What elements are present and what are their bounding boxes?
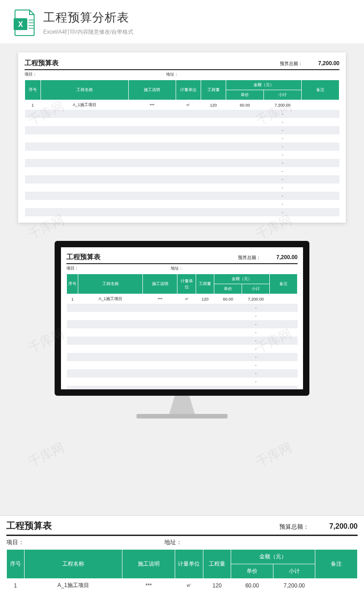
cell-price — [214, 345, 242, 353]
budget-table: 序号 工程名称 施工说明 计量单位 工程量 金额（元） 备注 单价 小计 1 A… — [25, 80, 339, 216]
cell-seq — [67, 320, 78, 328]
cell-price — [214, 353, 242, 361]
table-row: - — [25, 192, 339, 200]
cell-desc — [143, 345, 177, 353]
th-seq: 序号 — [25, 80, 41, 100]
cell-unit — [176, 167, 201, 175]
cell-unit — [176, 208, 201, 216]
cell-note — [302, 151, 339, 159]
cell-note — [270, 345, 298, 353]
cell-desc: *** — [129, 100, 176, 110]
cell-seq: 1 — [7, 579, 25, 592]
cell-price: 60.00 — [231, 579, 273, 592]
table-row: - — [25, 175, 339, 184]
cell-desc — [129, 110, 176, 118]
th-qty: 工程量 — [203, 550, 231, 579]
cell-note — [270, 320, 298, 328]
cell-name: A_1施工项目 — [24, 579, 122, 592]
table-row: - — [67, 378, 298, 386]
table-row: - — [67, 353, 298, 361]
table-row: - — [25, 118, 339, 126]
cell-seq — [67, 361, 78, 369]
cell-subtotal: - — [264, 175, 302, 184]
th-desc: 施工说明 — [129, 80, 176, 100]
cell-seq — [25, 175, 41, 184]
th-price: 单价 — [214, 284, 242, 294]
table-row: - — [25, 134, 339, 143]
cell-name — [78, 394, 143, 396]
table-row: - — [25, 143, 339, 151]
th-subtotal: 小计 — [264, 90, 302, 100]
cell-seq — [25, 134, 41, 143]
cell-unit — [177, 353, 196, 361]
cell-price: 60.00 — [226, 100, 264, 110]
cell-note — [270, 337, 298, 345]
cell-unit — [176, 200, 201, 208]
meta-project: 项目： — [25, 71, 166, 77]
th-seq: 序号 — [7, 550, 25, 579]
cell-seq — [25, 159, 41, 167]
cell-seq — [67, 378, 78, 386]
cell-qty — [201, 184, 226, 192]
cell-note — [315, 579, 358, 592]
cell-name — [78, 361, 143, 369]
th-seq: 序号 — [67, 274, 78, 294]
cell-price — [214, 394, 242, 396]
cell-unit — [176, 126, 201, 134]
cell-name — [40, 192, 128, 200]
cell-note — [302, 118, 339, 126]
cell-seq — [67, 345, 78, 353]
cell-desc — [143, 312, 177, 320]
th-desc: 施工说明 — [143, 274, 177, 294]
watermark: 千库网 — [25, 439, 67, 471]
total-wrap: 预算总额： 7,200.00 — [238, 253, 298, 261]
cell-desc — [129, 151, 176, 159]
th-unit: 计量单位 — [176, 80, 201, 100]
th-note: 备注 — [302, 80, 339, 100]
cell-name — [40, 151, 128, 159]
zoom-detail-strip: 工程预算表 预算总额： 7,200.00 项目： 地址： 序号 工程名称 施工说… — [0, 515, 364, 592]
cell-subtotal: - — [242, 345, 270, 353]
cell-desc — [143, 361, 177, 369]
cell-desc — [129, 159, 176, 167]
cell-desc — [129, 134, 176, 143]
cell-subtotal: - — [264, 159, 302, 167]
cell-note — [270, 394, 298, 396]
table-row: - — [67, 320, 298, 328]
cell-unit: ㎡ — [176, 100, 201, 110]
total-label: 预算总额： — [238, 255, 261, 260]
cell-name — [78, 378, 143, 386]
meta-address: 地址： — [164, 538, 358, 546]
spreadsheet-preview-monitor: 工程预算表 预算总额： 7,200.00 项目： 地址： 序号 工程名称 施工说… — [61, 247, 303, 389]
th-desc: 施工说明 — [122, 550, 175, 579]
th-name: 工程名称 — [24, 550, 122, 579]
cell-unit — [177, 320, 196, 328]
cell-qty — [196, 337, 214, 345]
cell-name — [78, 345, 143, 353]
cell-qty — [196, 386, 214, 394]
cell-name — [40, 126, 128, 134]
cell-qty — [201, 167, 226, 175]
cell-subtotal: - — [264, 143, 302, 151]
cell-seq — [25, 143, 41, 151]
cell-price — [226, 175, 264, 184]
cell-name: A_1施工项目 — [78, 294, 143, 304]
table-row: - — [67, 369, 298, 378]
cell-desc — [143, 320, 177, 328]
sheet-title: 工程预算表 — [25, 59, 59, 67]
cell-desc — [129, 192, 176, 200]
cell-note — [302, 159, 339, 167]
cell-seq: 1 — [67, 294, 78, 304]
cell-qty — [201, 159, 226, 167]
cell-unit — [177, 386, 196, 394]
th-amount-group: 金额（元） — [214, 274, 270, 284]
cell-seq — [67, 312, 78, 320]
th-note: 备注 — [315, 550, 358, 579]
cell-unit — [177, 369, 196, 378]
total-value: 7,200.00 — [276, 254, 298, 260]
monitor-base — [136, 414, 228, 418]
cell-note — [302, 143, 339, 151]
svg-text:X: X — [18, 20, 23, 28]
cell-note — [302, 100, 339, 110]
th-price: 单价 — [226, 90, 264, 100]
